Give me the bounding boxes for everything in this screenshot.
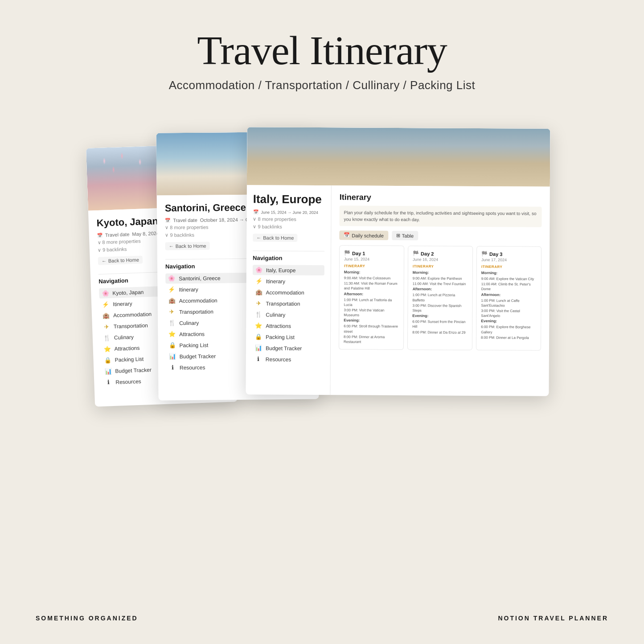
day-1-title: 🏁 Day 1 <box>344 250 399 256</box>
day-1-evening-act-2: 8:00 PM: Dinner at Aroma Restaurant <box>344 334 399 345</box>
italy-main-panel: Itinerary Plan your daily schedule for t… <box>330 185 550 396</box>
day-1-afternoon-act-1: 1:00 PM: Lunch at Trattoria da Lucia <box>344 297 399 308</box>
italy-nav-item-1[interactable]: ⚡ Itinerary <box>252 276 324 287</box>
tab-daily-schedule[interactable]: 📅 Daily schedule <box>339 230 388 240</box>
day-3-date: June 17, 2024 <box>481 258 536 263</box>
day-3-morning-title: Morning: <box>481 271 536 275</box>
italy-nav-item-4[interactable]: 🍴 Culinary <box>252 309 324 320</box>
day-3-afternoon-act-2: 3:00 PM: Visit the Castel Sant'Angelo <box>481 308 536 319</box>
italy-nav-item-8[interactable]: ℹ Resources <box>252 354 324 365</box>
culinary-icon: 🍴 <box>103 334 111 341</box>
day-3-evening-act-1: 6:00 PM: Explore the Borghese Gallery <box>481 324 536 335</box>
day-2-afternoon-title: Afternoon: <box>412 287 468 292</box>
italy-nav-item-0[interactable]: 🌸 Italy, Europe <box>252 265 324 275</box>
divider-3 <box>253 250 324 251</box>
day-1-morning-title: Morning: <box>344 270 399 275</box>
footer-brand-right: NOTION TRAVEL PLANNER <box>498 615 608 622</box>
destination-icon-2: 🌸 <box>168 275 175 282</box>
main-title: Travel Itinerary <box>169 27 475 74</box>
italy-card: Italy, Europe 📅 June 15, 2024 → June 20,… <box>246 127 550 396</box>
day-1-afternoon-title: Afternoon: <box>344 291 399 296</box>
italy-backlinks: ∨ 9 backlinks <box>253 224 324 230</box>
accommodation-icon: 🏨 <box>102 312 110 319</box>
resources-icon-2: ℹ <box>168 364 176 371</box>
day-3-afternoon-act-1: 1:00 PM: Lunch at Caffe Sant'Eustachio <box>481 298 536 308</box>
day-card-3: 🏁 Day 3 June 17, 2024 ITINERARY Morning:… <box>476 246 541 351</box>
italy-properties: ∨ 8 more properties <box>253 216 324 222</box>
day-1-afternoon-act-2: 3:00 PM: Visit the Vatican Museums <box>344 308 399 318</box>
screenshots-container: Kyoto, Japan 📅 Travel date May 8, 2024 →… <box>77 119 567 440</box>
day-1-evening-title: Evening: <box>344 318 399 323</box>
day-3-title: 🏁 Day 3 <box>481 251 537 257</box>
header: Travel Itinerary Accommodation / Transpo… <box>169 0 475 101</box>
italy-title: Italy, Europe <box>253 192 324 206</box>
calendar-tab-icon: 📅 <box>344 232 350 238</box>
day-2-morning-act-2: 11:00 AM: Visit the Trevi Fountain <box>412 281 468 287</box>
day-2-title: 🏁 Day 2 <box>413 250 468 257</box>
culinary-icon-3: 🍴 <box>255 311 262 318</box>
attractions-icon-3: ⭐ <box>255 322 262 329</box>
arrow-left-icon: ← <box>101 258 106 263</box>
italy-nav-item-3[interactable]: ✈ Transportation <box>252 298 324 309</box>
budget-icon: 📊 <box>104 368 112 375</box>
italy-nav-item-6[interactable]: 🔒 Packing List <box>252 332 324 342</box>
resources-icon-3: ℹ <box>254 356 262 362</box>
days-grid: 🏁 Day 1 June 15, 2024 ITINERARY Morning:… <box>338 245 541 350</box>
day-2-evening-act-1: 6:00 PM: Sunset from the Pincian Hill <box>412 319 468 329</box>
subtitle: Accommodation / Transportation / Cullina… <box>169 78 475 92</box>
calendar-icon-3: 📅 <box>253 209 258 214</box>
day-1-morning-act-1: 9:00 AM: Visit the Colosseum <box>344 275 399 281</box>
day-3-afternoon-title: Afternoon: <box>481 292 536 297</box>
day-3-evening-act-2: 8:00 PM: Dinner at La Pergola <box>481 335 536 340</box>
flag-icon-2: 🏁 <box>413 250 419 256</box>
day-2-evening-act-2: 8:00 PM: Dinner at Da Enzo al 29 <box>412 330 468 335</box>
kyoto-back-home-button[interactable]: ← Back to Home <box>98 255 143 265</box>
day-3-morning-act-1: 9:00 AM: Explore the Vatican City <box>481 276 536 282</box>
itinerary-icon: ⚡ <box>102 301 109 308</box>
day-1-morning-act-2: 11:30 AM: Visit the Roman Forum and Pala… <box>344 281 399 291</box>
transportation-icon: ✈ <box>103 323 110 330</box>
packing-icon-2: 🔒 <box>168 342 176 349</box>
santorini-back-home-button[interactable]: ← Back to Home <box>165 242 209 250</box>
itinerary-icon-2: ⚡ <box>168 286 175 293</box>
day-3-morning-act-2: 11:00 AM: Climb the St. Peter's Dome <box>481 282 536 292</box>
italy-nav-title: Navigation <box>252 254 324 262</box>
resources-icon: ℹ <box>105 379 112 386</box>
itinerary-section-title: Itinerary <box>339 193 541 203</box>
budget-icon-2: 📊 <box>168 353 176 360</box>
flag-icon-1: 🏁 <box>344 250 350 256</box>
day-card-2: 🏁 Day 2 June 16, 2024 ITINERARY Morning:… <box>407 246 472 350</box>
day-1-date: June 15, 2024 <box>344 257 399 262</box>
tab-table[interactable]: ⊞ Table <box>391 231 418 240</box>
italy-nav-item-5[interactable]: ⭐ Attractions <box>252 320 324 331</box>
destination-icon-3: 🌸 <box>255 267 262 273</box>
footer-brand-left: SOMETHING ORGANIZED <box>36 615 138 622</box>
day-card-1: 🏁 Day 1 June 15, 2024 ITINERARY Morning:… <box>338 245 404 350</box>
transportation-icon-3: ✈ <box>255 300 262 307</box>
day-2-afternoon-act-1: 1:00 PM: Lunch at Pizzeria Baffetto <box>412 293 468 303</box>
accommodation-icon-2: 🏨 <box>168 297 175 304</box>
arrow-left-icon-3: ← <box>256 235 261 240</box>
italy-travel-date: 📅 June 15, 2024 → June 20, 2024 <box>253 209 324 215</box>
arrow-left-icon-2: ← <box>168 243 173 249</box>
italy-hero <box>246 127 550 187</box>
packing-icon-3: 🔒 <box>255 333 262 340</box>
attractions-icon-2: ⭐ <box>168 331 176 337</box>
tab-row: 📅 Daily schedule ⊞ Table <box>339 230 541 241</box>
day-2-label: ITINERARY <box>412 264 468 269</box>
itinerary-icon-3: ⚡ <box>255 278 262 284</box>
day-2-morning-title: Morning: <box>412 270 468 275</box>
day-2-date: June 16, 2024 <box>412 257 468 262</box>
packing-icon: 🔒 <box>104 357 111 364</box>
italy-nav-item-2[interactable]: 🏨 Accommodation <box>252 287 324 298</box>
day-1-evening-act-1: 6:00 PM: Stroll through Trastevere stree… <box>344 324 399 334</box>
italy-back-home-button[interactable]: ← Back to Home <box>253 234 297 242</box>
italy-layout: Italy, Europe 📅 June 15, 2024 → June 20,… <box>246 185 550 396</box>
destination-icon: 🌸 <box>102 290 109 297</box>
attractions-icon: ⭐ <box>103 345 111 353</box>
day-3-evening-title: Evening: <box>481 319 536 324</box>
itinerary-description: Plan your daily schedule for the trip, i… <box>339 205 541 227</box>
day-2-evening-title: Evening: <box>412 313 468 318</box>
page-wrapper: Travel Itinerary Accommodation / Transpo… <box>0 0 644 644</box>
italy-nav-item-7[interactable]: 📊 Budget Tracker <box>252 343 324 353</box>
